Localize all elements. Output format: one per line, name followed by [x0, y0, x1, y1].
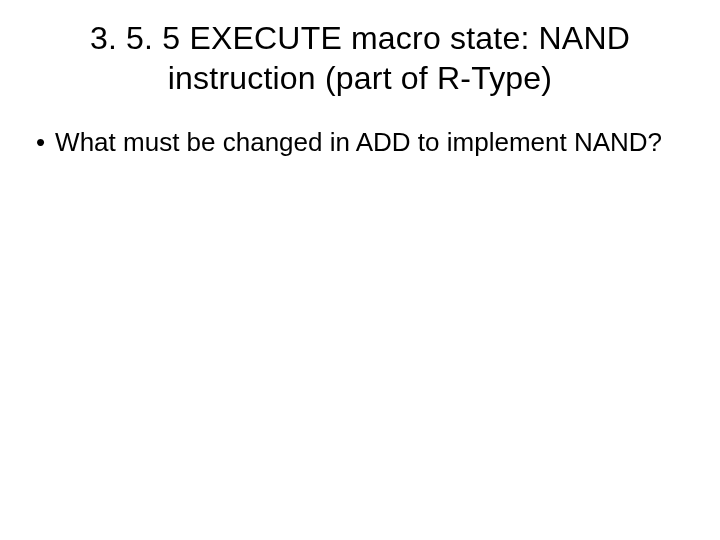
- slide-content: • What must be changed in ADD to impleme…: [34, 126, 686, 159]
- slide-title: 3. 5. 5 EXECUTE macro state: NAND instru…: [34, 18, 686, 98]
- bullet-marker: •: [36, 126, 45, 159]
- bullet-text: What must be changed in ADD to implement…: [55, 126, 686, 159]
- list-item: • What must be changed in ADD to impleme…: [36, 126, 686, 159]
- slide-container: 3. 5. 5 EXECUTE macro state: NAND instru…: [0, 0, 720, 540]
